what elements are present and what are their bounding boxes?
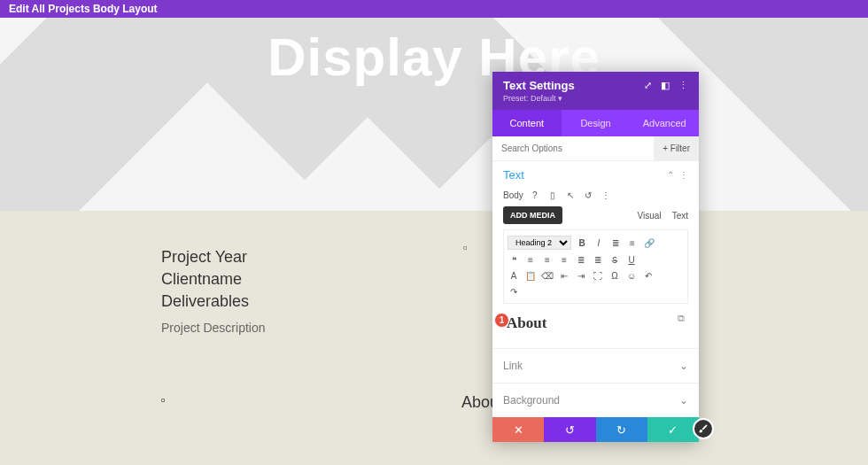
expand-icon[interactable]: ⤢: [644, 80, 652, 91]
justify-icon[interactable]: ≣: [575, 253, 587, 266]
broken-image-icon: [161, 393, 167, 407]
panel-footer: ✕ ↺ ↻ ✓: [492, 417, 699, 442]
hover-icon[interactable]: ↖: [564, 189, 577, 201]
bold-icon[interactable]: B: [576, 236, 588, 249]
color-icon[interactable]: A: [508, 269, 520, 282]
filter-button[interactable]: + Filter: [654, 136, 699, 160]
underline-icon[interactable]: U: [625, 253, 638, 266]
align-center-icon[interactable]: ≡: [541, 253, 554, 266]
heading-select[interactable]: Heading 2: [508, 236, 571, 250]
link-section[interactable]: Link ⌄: [492, 348, 699, 383]
text-section: Text ⌃ ⋮ Body ? ▯ ↖ ↺ ⋮ ADD MEDIA Visual…: [492, 161, 699, 348]
section-title-link: Link: [503, 360, 523, 372]
chevron-down-icon: ⌄: [679, 394, 688, 407]
indent-icon[interactable]: ⇥: [575, 269, 587, 282]
hero: Display Here: [0, 18, 868, 211]
search-input[interactable]: [492, 136, 654, 160]
undo-icon[interactable]: ↶: [642, 269, 655, 282]
undo-button[interactable]: ↺: [544, 417, 595, 442]
save-button[interactable]: ✓: [647, 417, 699, 442]
redo-button[interactable]: ↻: [596, 417, 647, 442]
reset-icon[interactable]: ↺: [582, 189, 594, 201]
chevron-up-icon[interactable]: ⌃: [667, 170, 674, 180]
link-icon[interactable]: 🔗: [643, 236, 655, 249]
preset-label[interactable]: Preset: Default ▾: [503, 94, 688, 103]
panel-tabs: Content Design Advanced: [492, 110, 699, 136]
brush-fab[interactable]: [693, 418, 714, 439]
section-title-bg: Background: [503, 394, 560, 407]
tablet-icon[interactable]: ▯: [546, 189, 559, 201]
more-icon[interactable]: ⋮: [678, 80, 688, 91]
text-tab[interactable]: Text: [672, 211, 688, 221]
content-area: Project Year Clientname Deliverables Pro…: [0, 211, 868, 335]
redo-icon[interactable]: ↷: [508, 285, 520, 298]
paste-icon[interactable]: 📋: [524, 269, 537, 282]
help-icon[interactable]: ?: [529, 189, 541, 201]
tab-advanced[interactable]: Advanced: [630, 110, 699, 136]
strike-icon[interactable]: S̶: [608, 253, 621, 266]
align-right-icon[interactable]: ≡: [558, 253, 570, 266]
step-marker: 1: [494, 313, 509, 328]
topbar-title: Edit All Projects Body Layout: [9, 3, 158, 15]
editor-heading[interactable]: About: [507, 314, 685, 332]
special-char-icon[interactable]: Ω: [608, 269, 621, 282]
panel-title: Text Settings: [503, 79, 575, 92]
more-icon[interactable]: ⋮: [679, 170, 688, 180]
more-icon[interactable]: ⋮: [600, 189, 612, 201]
ul-icon[interactable]: ≣: [609, 236, 622, 249]
cancel-button[interactable]: ✕: [492, 417, 544, 442]
emoji-icon[interactable]: ☺: [625, 269, 638, 282]
align-left-icon[interactable]: ≡: [524, 253, 537, 266]
body-label: Body: [503, 190, 523, 200]
tab-content[interactable]: Content: [492, 110, 562, 136]
quote-icon[interactable]: ❝: [508, 253, 520, 266]
settings-panel: Text Settings ⤢ ◧ ⋮ Preset: Default ▾ Co…: [492, 72, 699, 442]
dynamic-icon[interactable]: ⧉: [678, 313, 685, 324]
panel-header[interactable]: Text Settings ⤢ ◧ ⋮ Preset: Default ▾: [492, 72, 699, 110]
fullscreen-icon[interactable]: ⛶: [592, 269, 604, 282]
search-row: + Filter: [492, 136, 699, 161]
tab-design[interactable]: Design: [562, 110, 631, 136]
ol-icon[interactable]: ≡: [626, 236, 639, 249]
visual-tab[interactable]: Visual: [638, 211, 662, 221]
top-bar: Edit All Projects Body Layout: [0, 0, 868, 18]
broken-image-icon: [463, 241, 469, 254]
hero-title: Display Here: [0, 18, 868, 88]
clear-icon[interactable]: ⌫: [541, 269, 554, 282]
background-section[interactable]: Background ⌄: [492, 383, 699, 417]
add-media-button[interactable]: ADD MEDIA: [503, 206, 562, 224]
chevron-down-icon: ⌄: [679, 360, 688, 372]
snap-icon[interactable]: ◧: [661, 80, 670, 91]
italic-icon[interactable]: I: [593, 236, 605, 249]
editor-area[interactable]: 1 About ⧉: [503, 304, 688, 341]
justify-full-icon[interactable]: ≣: [592, 253, 604, 266]
outdent-icon[interactable]: ⇤: [558, 269, 570, 282]
section-title-text[interactable]: Text: [503, 168, 524, 182]
rte-toolbar: Heading 2 B I ≣ ≡ 🔗 ❝ ≡ ≡ ≡ ≣ ≣ S̶ U A 📋…: [503, 229, 688, 304]
